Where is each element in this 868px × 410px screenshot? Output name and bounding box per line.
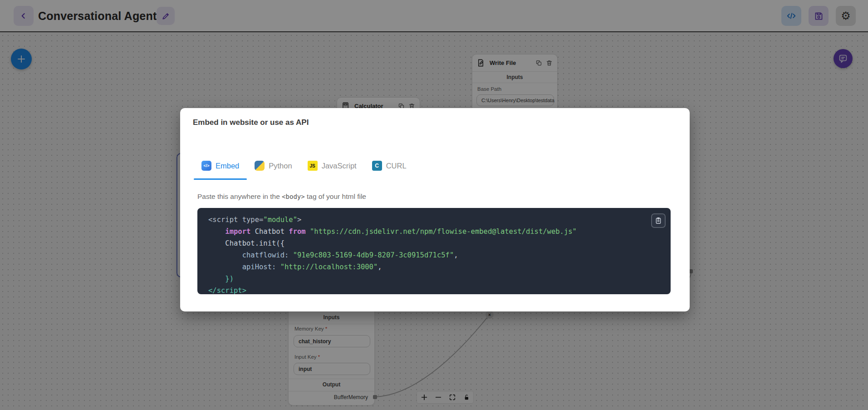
copy-code-button[interactable] (651, 213, 666, 228)
code-content[interactable]: <script type="module"> import Chatbot fr… (208, 214, 643, 296)
tab-python[interactable]: Python (247, 152, 299, 180)
tab-label: Python (269, 162, 292, 170)
curl-icon: C (372, 161, 382, 171)
code-line: chatflowid: "91e9c803-5169-4db9-8207-3c0… (208, 249, 643, 261)
body-tag-code: <body> (282, 193, 305, 200)
tab-embed[interactable]: </>Embed (194, 152, 247, 180)
embed-api-dialog: Embed in website or use as API </>EmbedP… (180, 108, 690, 311)
tab-label: JavaScript (322, 162, 357, 170)
app-window: Calculator (0, 0, 868, 410)
code-line: import Chatbot from "https://cdn.jsdeliv… (208, 226, 643, 237)
tab-label: CURL (386, 162, 407, 170)
python-icon (255, 161, 265, 171)
embed-icon: </> (201, 161, 211, 171)
javascript-icon: JS (308, 161, 318, 171)
tab-curl[interactable]: CCURL (364, 152, 414, 180)
embed-code-block: <script type="module"> import Chatbot fr… (197, 208, 671, 294)
tab-javascript[interactable]: JSJavaScript (300, 152, 364, 180)
paste-instruction: Paste this anywhere in the <body> tag of… (197, 193, 366, 201)
clipboard-icon (655, 217, 662, 224)
code-line: <script type="module"> (208, 214, 643, 226)
dialog-tabs: </>EmbedPythonJSJavaScriptCCURL (194, 152, 414, 180)
code-line: apiHost: "http://localhost:3000", (208, 261, 643, 273)
dialog-title: Embed in website or use as API (193, 118, 309, 127)
code-line: Chatbot.init({ (208, 237, 643, 249)
tab-label: Embed (216, 162, 239, 170)
code-line: }) (208, 273, 643, 285)
code-line: </script> (208, 285, 643, 296)
